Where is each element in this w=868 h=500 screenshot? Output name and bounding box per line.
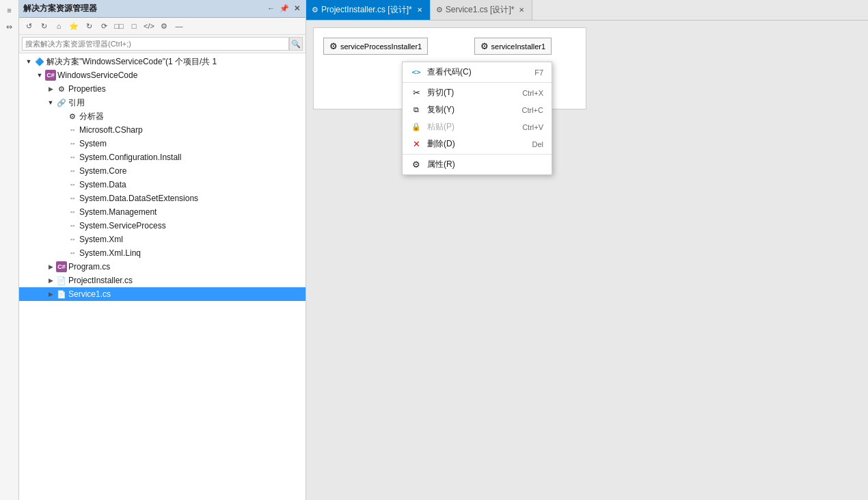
tree-item-system-xml[interactable]: ▶ ▪▪ System.Xml <box>19 233 306 246</box>
tab-projectinstaller[interactable]: ⚙ ProjectInstaller.cs [设计]* ✕ <box>306 0 431 20</box>
tab-icon-projectinstaller: ⚙ <box>312 5 318 14</box>
component-icon-spi: ⚙ <box>329 41 338 51</box>
program-label: Program.cs <box>68 262 110 272</box>
menu-delete[interactable]: ✕ 删除(D) Del <box>403 135 552 153</box>
pin2-icon[interactable]: 📌 <box>278 3 290 14</box>
system-label: System <box>79 139 107 148</box>
view2-btn[interactable]: □ <box>127 19 141 33</box>
tree-item-project[interactable]: ▼ C# WindowsServiceCode <box>19 68 306 82</box>
tree-item-references[interactable]: ▼ 🔗 引用 <box>19 96 306 109</box>
component-serviceprocessinstaller1[interactable]: ⚙ serviceProcessInstaller1 <box>323 38 428 55</box>
panel-header: 解决方案资源管理器 ← 📌 ✕ <box>19 0 306 18</box>
collapse-btn[interactable]: — <box>172 19 186 33</box>
close-icon[interactable]: ✕ <box>293 3 301 14</box>
designer-area: ⚙ serviceProcessInstaller1 ⚙ serviceInst… <box>306 21 868 500</box>
tree-item-system-mgmt[interactable]: ▶ ▪▪ System.Management <box>19 205 306 219</box>
ref-icon-ms-csharp: ▪▪ <box>67 124 78 135</box>
menu-properties[interactable]: ⚙ 属性(R) <box>403 156 552 173</box>
copy-icon: ⧉ <box>411 105 422 114</box>
vertical-toolbar-icon-1[interactable]: ≡ <box>2 3 17 18</box>
menu-paste-label: 粘贴(P) <box>427 121 503 133</box>
component-label-spi: serviceProcessInstaller1 <box>340 42 422 51</box>
ref-icon-core: ▪▪ <box>67 166 78 176</box>
home-btn[interactable]: ⌂ <box>52 19 66 33</box>
toolbar-row: ↺ ↻ ⌂ ⭐ ↻ ⟳ □□ □ </> ⚙ — <box>19 18 306 35</box>
back-btn[interactable]: ↺ <box>22 19 36 33</box>
ref-icon-config: ▪▪ <box>67 152 78 163</box>
tree-item-system-svcproc[interactable]: ▶ ▪▪ System.ServiceProcess <box>19 219 306 233</box>
view-code-icon: <> <box>411 68 422 77</box>
system-svcproc-label: System.ServiceProcess <box>79 221 166 231</box>
search-row: 🔍 <box>19 35 306 53</box>
system-xml-label: System.Xml <box>79 235 123 244</box>
tree-container: ▼ 🔷 解决方案"WindowsServiceCode"(1 个项目/共 1 ▼… <box>19 53 306 500</box>
tab-close-service1[interactable]: ✕ <box>517 5 526 15</box>
tree-item-analyzers[interactable]: ▶ ⚙ 分析器 <box>19 109 306 123</box>
system-config-label: System.Configuration.Install <box>79 153 181 162</box>
star-btn[interactable]: ⭐ <box>67 19 81 33</box>
tree-item-ms-csharp[interactable]: ▶ ▪▪ Microsoft.CSharp <box>19 123 306 137</box>
references-label: 引用 <box>68 97 85 109</box>
ref-icon-data: ▪▪ <box>67 179 78 190</box>
solution-explorer: 解决方案资源管理器 ← 📌 ✕ ↺ ↻ ⌂ ⭐ ↻ ⟳ □□ □ </> ⚙ —… <box>19 0 306 500</box>
ms-csharp-label: Microsoft.CSharp <box>79 125 143 135</box>
pin-icon[interactable]: ← <box>266 3 276 14</box>
vertical-toolbar: ≡ ⇔ <box>0 0 19 500</box>
menu-copy-label: 复制(Y) <box>427 104 503 116</box>
properties-label: Properties <box>68 84 106 94</box>
tree-item-service1[interactable]: ▶ 📄 Service1.cs <box>19 287 306 301</box>
tree-item-system-data-dse[interactable]: ▶ ▪▪ System.Data.DataSetExtensions <box>19 192 306 205</box>
search-input[interactable] <box>22 37 289 51</box>
menu-cut[interactable]: ✂ 剪切(T) Ctrl+X <box>403 84 552 101</box>
vertical-toolbar-icon-2[interactable]: ⇔ <box>2 19 17 34</box>
context-menu: <> 查看代码(C) F7 ✂ 剪切(T) Ctrl+X ⧉ 复制(Y) Ctr… <box>402 62 552 175</box>
settings-btn[interactable]: ⚙ <box>157 19 171 33</box>
component-label-si: serviceInstaller1 <box>491 42 545 51</box>
paste-icon: 🔒 <box>411 122 422 131</box>
properties-icon: ⚙ <box>56 83 67 94</box>
tree-item-system[interactable]: ▶ ▪▪ System <box>19 137 306 150</box>
view-btn[interactable]: □□ <box>112 19 126 33</box>
tree-item-program[interactable]: ▶ C# Program.cs <box>19 260 306 274</box>
tab-close-projectinstaller[interactable]: ✕ <box>415 5 424 15</box>
code-btn[interactable]: </> <box>142 19 156 33</box>
refresh-btn[interactable]: ↻ <box>82 19 96 33</box>
main-area: ⚙ ProjectInstaller.cs [设计]* ✕ ⚙ Service1… <box>306 0 868 500</box>
tree-item-system-data[interactable]: ▶ ▪▪ System.Data <box>19 178 306 192</box>
reload-btn[interactable]: ⟳ <box>97 19 111 33</box>
program-icon: C# <box>56 261 67 272</box>
arrow-references: ▼ <box>45 97 56 108</box>
arrow-properties: ▶ <box>45 83 56 94</box>
arrow-service1: ▶ <box>45 289 56 300</box>
forward-btn[interactable]: ↻ <box>37 19 51 33</box>
tab-label-service1: Service1.cs [设计]* <box>446 4 515 16</box>
menu-paste[interactable]: 🔒 粘贴(P) Ctrl+V <box>403 118 552 135</box>
arrow-program: ▶ <box>45 261 56 272</box>
system-mgmt-label: System.Management <box>79 207 157 217</box>
menu-separator-1 <box>403 82 552 83</box>
menu-copy-shortcut: Ctrl+C <box>522 106 543 114</box>
tree-item-solution[interactable]: ▼ 🔷 解决方案"WindowsServiceCode"(1 个项目/共 1 <box>19 55 306 68</box>
ref-icon-svcproc: ▪▪ <box>67 220 78 231</box>
menu-view-code[interactable]: <> 查看代码(C) F7 <box>403 64 552 81</box>
component-icon-si: ⚙ <box>480 41 489 51</box>
tree-item-system-core[interactable]: ▶ ▪▪ System.Core <box>19 164 306 178</box>
panel-header-title: 解决方案资源管理器 <box>23 3 97 14</box>
search-button[interactable]: 🔍 <box>289 37 303 51</box>
component-serviceinstaller1[interactable]: ⚙ serviceInstaller1 <box>474 38 552 55</box>
delete-icon: ✕ <box>411 139 422 149</box>
analyzers-label: 分析器 <box>79 111 104 122</box>
tree-item-projectinstaller[interactable]: ▶ 📄 ProjectInstaller.cs <box>19 274 306 287</box>
tree-item-system-xmllinq[interactable]: ▶ ▪▪ System.Xml.Linq <box>19 246 306 260</box>
ref-icon-xmllinq: ▪▪ <box>67 248 78 259</box>
tree-item-properties[interactable]: ▶ ⚙ Properties <box>19 82 306 96</box>
service1-label: Service1.cs <box>68 289 111 299</box>
project-icon: C# <box>45 70 56 81</box>
arrow-solution: ▼ <box>23 56 34 67</box>
references-icon: 🔗 <box>56 97 67 108</box>
ref-icon-system: ▪▪ <box>67 138 78 149</box>
tree-item-system-config[interactable]: ▶ ▪▪ System.Configuration.Install <box>19 150 306 164</box>
tab-label-projectinstaller: ProjectInstaller.cs [设计]* <box>321 4 412 16</box>
tab-service1[interactable]: ⚙ Service1.cs [设计]* ✕ <box>431 0 533 20</box>
menu-copy[interactable]: ⧉ 复制(Y) Ctrl+C <box>403 101 552 118</box>
